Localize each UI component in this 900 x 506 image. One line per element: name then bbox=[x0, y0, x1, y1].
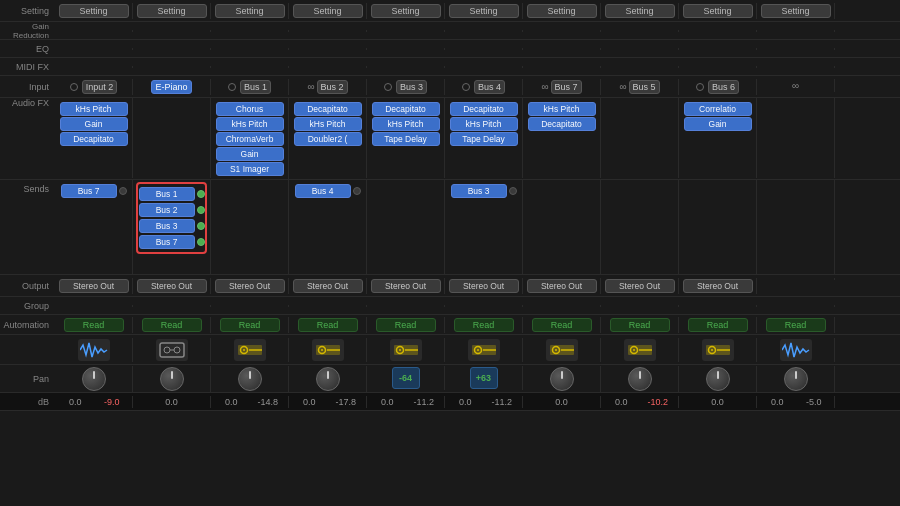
setting-label: Setting bbox=[0, 6, 55, 16]
fx-button[interactable]: kHs Pitch bbox=[528, 102, 596, 116]
send-button[interactable]: Bus 7 bbox=[139, 235, 195, 249]
fx-button[interactable]: Doubler2 ( bbox=[294, 132, 362, 146]
input-button[interactable]: Bus 5 bbox=[629, 80, 660, 94]
output-button[interactable]: Stereo Out bbox=[449, 279, 519, 293]
db-value-1: 0.0 bbox=[292, 397, 327, 407]
fx-button[interactable]: ChromaVerb bbox=[216, 132, 284, 146]
fx-button[interactable]: kHs Pitch bbox=[294, 117, 362, 131]
setting-button[interactable]: Setting bbox=[605, 4, 675, 18]
fx-button[interactable]: Decapitato bbox=[450, 102, 518, 116]
pan-cell-8 bbox=[679, 366, 757, 392]
input-button[interactable]: E-Piano bbox=[151, 80, 191, 94]
fx-button[interactable]: Correlatio bbox=[684, 102, 752, 116]
output-cell-4: Stereo Out bbox=[367, 278, 445, 294]
automation-button[interactable]: Read bbox=[766, 318, 826, 332]
db-pair: 0.0-5.0 bbox=[760, 397, 831, 407]
input-button[interactable]: Bus 6 bbox=[708, 80, 739, 94]
setting-button[interactable]: Setting bbox=[371, 4, 441, 18]
automation-button[interactable]: Read bbox=[220, 318, 280, 332]
pan-display[interactable]: +63 bbox=[470, 367, 498, 389]
setting-button[interactable]: Setting bbox=[449, 4, 519, 18]
input-label: Input bbox=[0, 82, 55, 92]
output-button[interactable]: Stereo Out bbox=[527, 279, 597, 293]
pan-display[interactable]: -64 bbox=[392, 367, 420, 389]
fx-button[interactable]: kHs Pitch bbox=[450, 117, 518, 131]
send-button[interactable]: Bus 3 bbox=[451, 184, 507, 198]
output-cell-9 bbox=[757, 278, 835, 280]
send-button[interactable]: Bus 4 bbox=[295, 184, 351, 198]
fx-button[interactable]: Gain bbox=[684, 117, 752, 131]
output-button[interactable]: Stereo Out bbox=[293, 279, 363, 293]
input-button[interactable]: Input 2 bbox=[82, 80, 118, 94]
automation-cells: ReadReadReadReadReadReadReadReadReadRead bbox=[55, 317, 900, 333]
automation-button[interactable]: Read bbox=[454, 318, 514, 332]
fx-button[interactable]: Decapitato bbox=[528, 117, 596, 131]
send-button[interactable]: Bus 1 bbox=[139, 187, 195, 201]
fx-button[interactable]: kHs Pitch bbox=[216, 117, 284, 131]
db-value-2: -5.0 bbox=[797, 397, 832, 407]
automation-button[interactable]: Read bbox=[688, 318, 748, 332]
db-value-2: -11.2 bbox=[485, 397, 520, 407]
channel-icon bbox=[78, 339, 110, 361]
output-button[interactable]: Stereo Out bbox=[683, 279, 753, 293]
setting-button[interactable]: Setting bbox=[527, 4, 597, 18]
automation-button[interactable]: Read bbox=[142, 318, 202, 332]
send-item: Bus 1 bbox=[139, 187, 205, 201]
fx-button[interactable]: Gain bbox=[60, 117, 128, 131]
pan-knob[interactable] bbox=[316, 367, 340, 391]
fx-button[interactable]: Chorus bbox=[216, 102, 284, 116]
setting-cell-7: Setting bbox=[601, 3, 679, 19]
setting-button[interactable]: Setting bbox=[137, 4, 207, 18]
fx-button[interactable]: kHs Pitch bbox=[60, 102, 128, 116]
pan-knob[interactable] bbox=[550, 367, 574, 391]
fx-button[interactable]: Decapitato bbox=[372, 102, 440, 116]
automation-button[interactable]: Read bbox=[298, 318, 358, 332]
setting-cell-8: Setting bbox=[679, 3, 757, 19]
output-button[interactable]: Stereo Out bbox=[137, 279, 207, 293]
fx-button[interactable]: Decapitato bbox=[60, 132, 128, 146]
setting-button[interactable]: Setting bbox=[59, 4, 129, 18]
gain-reduction-label: Gain Reduction bbox=[0, 22, 55, 40]
setting-button[interactable]: Setting bbox=[215, 4, 285, 18]
pan-knob[interactable] bbox=[82, 367, 106, 391]
output-button[interactable]: Stereo Out bbox=[59, 279, 129, 293]
send-button[interactable]: Bus 2 bbox=[139, 203, 195, 217]
input-indicator bbox=[384, 83, 392, 91]
output-button[interactable]: Stereo Out bbox=[215, 279, 285, 293]
send-button[interactable]: Bus 7 bbox=[61, 184, 117, 198]
fx-button[interactable]: Decapitato bbox=[294, 102, 362, 116]
group-cell-4 bbox=[367, 305, 445, 307]
automation-button[interactable]: Read bbox=[610, 318, 670, 332]
db-cells: 0.0-9.00.00.0-14.80.0-17.80.0-11.20.0-11… bbox=[55, 396, 900, 408]
setting-button[interactable]: Setting bbox=[761, 4, 831, 18]
fx-button[interactable]: Tape Delay bbox=[372, 132, 440, 146]
send-active-dot bbox=[197, 190, 205, 198]
automation-button[interactable]: Read bbox=[64, 318, 124, 332]
db-value-1: 0.0 bbox=[214, 397, 249, 407]
input-button[interactable]: Bus 2 bbox=[317, 80, 348, 94]
automation-button[interactable]: Read bbox=[532, 318, 592, 332]
eq-cell-6 bbox=[523, 48, 601, 50]
send-button[interactable]: Bus 3 bbox=[139, 219, 195, 233]
input-button[interactable]: Bus 4 bbox=[474, 80, 505, 94]
setting-button[interactable]: Setting bbox=[293, 4, 363, 18]
input-button[interactable]: Bus 7 bbox=[551, 80, 582, 94]
input-button[interactable]: Bus 1 bbox=[240, 80, 271, 94]
fx-button[interactable]: Gain bbox=[216, 147, 284, 161]
pan-cell-4: -64 bbox=[367, 366, 445, 390]
pan-knob[interactable] bbox=[784, 367, 808, 391]
automation-button[interactable]: Read bbox=[376, 318, 436, 332]
input-button[interactable]: Bus 3 bbox=[396, 80, 427, 94]
output-button[interactable]: Stereo Out bbox=[371, 279, 441, 293]
output-button[interactable]: Stereo Out bbox=[605, 279, 675, 293]
setting-button[interactable]: Setting bbox=[683, 4, 753, 18]
input-cell-7: ∞Bus 5 bbox=[601, 79, 679, 95]
pan-knob[interactable] bbox=[706, 367, 730, 391]
pan-knob[interactable] bbox=[160, 367, 184, 391]
fx-button[interactable]: kHs Pitch bbox=[372, 117, 440, 131]
pan-knob[interactable] bbox=[238, 367, 262, 391]
fx-button[interactable]: S1 Imager bbox=[216, 162, 284, 176]
pan-knob[interactable] bbox=[628, 367, 652, 391]
fx-button[interactable]: Tape Delay bbox=[450, 132, 518, 146]
output-cell-2: Stereo Out bbox=[211, 278, 289, 294]
